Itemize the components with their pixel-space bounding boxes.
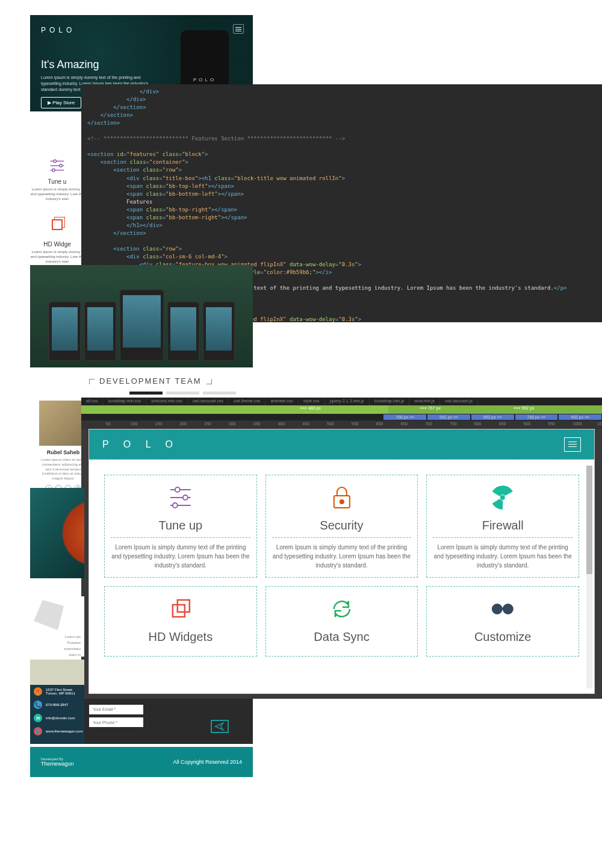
menu-button[interactable]: [233, 24, 244, 34]
code-editor[interactable]: </div> </div> </section> </section> </se…: [81, 84, 602, 111]
playstore-button[interactable]: ▶ Play Store: [41, 97, 81, 108]
